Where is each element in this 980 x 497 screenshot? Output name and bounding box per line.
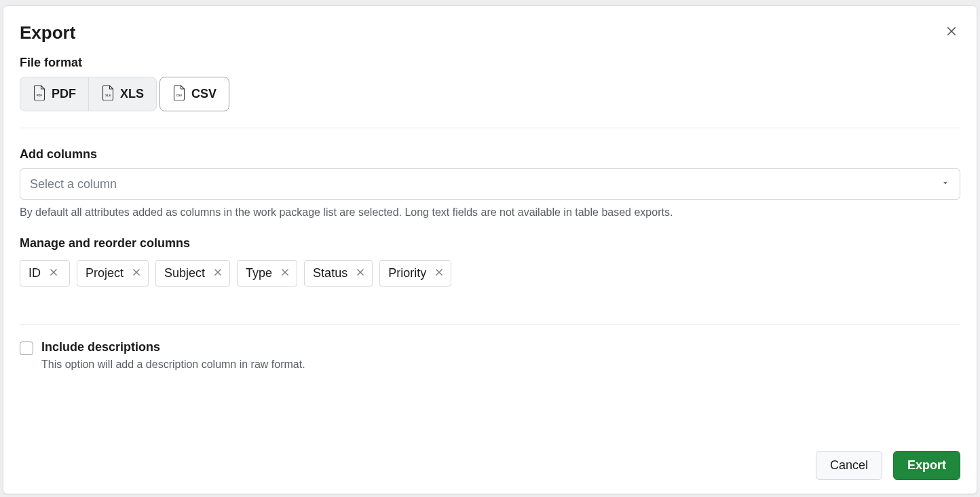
format-csv-button[interactable]: CSV CSV	[159, 77, 229, 111]
chip-label: Subject	[164, 266, 205, 280]
chip-remove-type[interactable]	[279, 266, 291, 280]
include-descriptions-row: Include descriptions This option will ad…	[20, 340, 960, 371]
file-pdf-icon: PDF	[33, 84, 46, 104]
manage-columns-label: Manage and reorder columns	[20, 236, 960, 251]
format-xls-button[interactable]: XLS XLS	[88, 77, 156, 111]
add-columns-select[interactable]: Select a column	[20, 168, 960, 200]
column-chip-priority[interactable]: Priority	[379, 260, 451, 287]
file-format-label: File format	[20, 56, 960, 70]
x-icon	[280, 268, 290, 279]
include-descriptions-label: Include descriptions	[41, 340, 305, 354]
column-chip-project[interactable]: Project	[77, 260, 149, 287]
cancel-button[interactable]: Cancel	[816, 451, 882, 480]
include-descriptions-checkbox[interactable]	[20, 342, 33, 355]
column-chip-status[interactable]: Status	[304, 260, 373, 287]
x-icon	[356, 268, 365, 279]
svg-text:PDF: PDF	[37, 94, 43, 97]
svg-text:XLS: XLS	[105, 94, 111, 97]
x-icon	[49, 268, 58, 279]
chip-label: ID	[29, 266, 41, 280]
modal-footer: Cancel Export	[20, 437, 960, 480]
add-columns-label: Add columns	[20, 147, 960, 162]
export-modal: Export File format PDF PDF	[3, 5, 977, 494]
add-columns-help: By default all attributes added as colum…	[20, 206, 960, 219]
chip-label: Status	[313, 266, 347, 280]
close-button[interactable]	[943, 22, 960, 42]
export-button[interactable]: Export	[893, 451, 960, 480]
format-pdf-label: PDF	[52, 87, 76, 101]
file-format-segment: PDF PDF XLS XLS	[20, 77, 157, 111]
chip-label: Type	[246, 266, 272, 280]
close-icon	[945, 25, 958, 39]
file-csv-icon: CSV	[172, 84, 186, 104]
file-xls-icon: XLS	[101, 84, 115, 104]
divider	[20, 128, 960, 128]
chip-label: Priority	[388, 266, 426, 280]
format-csv-label: CSV	[191, 87, 216, 101]
x-icon	[213, 268, 223, 279]
file-format-group: PDF PDF XLS XLS	[20, 77, 960, 111]
column-chip-type[interactable]: Type	[237, 260, 297, 287]
include-descriptions-subtext: This option will add a description colum…	[41, 358, 305, 371]
modal-header: Export	[20, 22, 960, 43]
chip-remove-subject[interactable]	[212, 266, 224, 280]
include-descriptions-text: Include descriptions This option will ad…	[41, 340, 305, 371]
caret-down-icon	[941, 177, 950, 191]
chip-label: Project	[86, 266, 124, 280]
x-icon	[434, 268, 444, 279]
divider	[20, 325, 960, 325]
columns-chip-list: ID Project Subject Type Status	[20, 260, 960, 287]
column-chip-id[interactable]: ID	[20, 260, 70, 287]
format-pdf-button[interactable]: PDF PDF	[20, 77, 88, 111]
modal-title: Export	[20, 22, 75, 43]
chip-remove-project[interactable]	[130, 266, 143, 280]
chip-remove-status[interactable]	[354, 266, 366, 280]
add-columns-placeholder: Select a column	[30, 177, 117, 191]
x-icon	[132, 268, 141, 279]
chip-remove-priority[interactable]	[433, 266, 445, 280]
format-xls-label: XLS	[120, 87, 144, 101]
column-chip-subject[interactable]: Subject	[155, 260, 230, 287]
svg-text:CSV: CSV	[176, 94, 183, 97]
chip-remove-id[interactable]	[48, 266, 60, 280]
